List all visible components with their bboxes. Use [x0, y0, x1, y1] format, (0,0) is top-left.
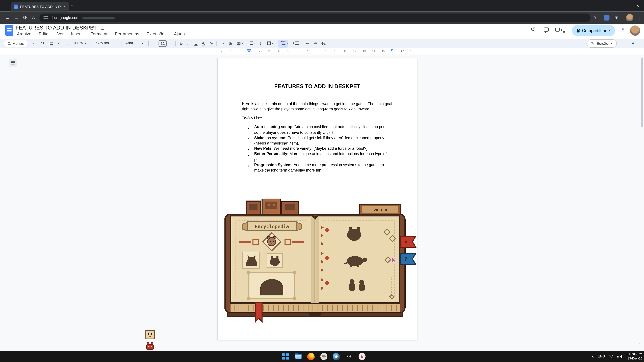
- insert-link-icon[interactable]: ∞: [220, 41, 224, 46]
- menu-item[interactable]: Ver: [54, 31, 66, 37]
- increase-font-icon[interactable]: +: [170, 41, 172, 46]
- italic-button[interactable]: I: [187, 41, 188, 46]
- left-indent-marker[interactable]: [248, 51, 250, 54]
- forward-icon[interactable]: →: [14, 15, 19, 20]
- editing-mode-button[interactable]: ✎ Edição ▾: [586, 39, 617, 48]
- browser-tab[interactable]: FEATURES TO ADD IN DESKPET ×: [11, 2, 69, 11]
- window-close-button[interactable]: ×: [631, 0, 644, 11]
- window-minimize-button[interactable]: —: [603, 0, 617, 11]
- mode-dropdown-icon[interactable]: ▾: [611, 42, 612, 45]
- menu-item[interactable]: Extensões: [144, 31, 170, 37]
- image-dropdown-icon[interactable]: ▾: [242, 42, 243, 45]
- taskbar-clock[interactable]: 1:43:06 PM 13-Dec-25: [626, 352, 642, 361]
- increase-indent-icon[interactable]: ⇥: [313, 41, 317, 46]
- scrollbar-thumb[interactable]: [641, 57, 643, 127]
- style-dropdown-icon[interactable]: ▾: [116, 42, 118, 45]
- comments-icon[interactable]: [544, 27, 549, 31]
- desktop-pet-red-sprite[interactable]: [146, 342, 155, 351]
- back-icon[interactable]: ←: [5, 15, 10, 20]
- settings-button[interactable]: ⚙: [344, 352, 354, 362]
- text-color-button[interactable]: A: [202, 41, 205, 46]
- zoom-dropdown-icon[interactable]: ▾: [84, 42, 86, 45]
- home-icon[interactable]: ⌂: [32, 15, 35, 20]
- font-select[interactable]: Arial: [125, 41, 133, 45]
- menu-item[interactable]: Editar: [36, 31, 53, 37]
- document-tabs-button[interactable]: [8, 59, 17, 67]
- clear-formatting-x[interactable]: x: [324, 42, 326, 46]
- clear-formatting-icon[interactable]: T: [321, 41, 324, 46]
- menu-item[interactable]: Ajuda: [171, 31, 188, 37]
- first-line-indent-marker[interactable]: [247, 49, 251, 50]
- menus-search-button[interactable]: Menus: [4, 40, 27, 47]
- bold-button[interactable]: B: [180, 41, 183, 46]
- highlight-color-button[interactable]: ✎: [210, 41, 214, 46]
- bullet-dropdown-icon[interactable]: ▾: [287, 42, 288, 45]
- menu-item[interactable]: Arquivo: [14, 31, 34, 37]
- rocket-app-button[interactable]: [357, 352, 367, 362]
- zoom-select[interactable]: 100%: [73, 41, 83, 45]
- decrease-font-icon[interactable]: −: [153, 41, 156, 46]
- desktop-pet-box-sprite[interactable]: [145, 330, 155, 340]
- tray-expand-icon[interactable]: ∧: [592, 355, 594, 358]
- star-document-icon[interactable]: ☆: [84, 26, 88, 31]
- menu-item[interactable]: Inserir: [68, 31, 86, 37]
- numbered-dropdown-icon[interactable]: ▾: [300, 42, 302, 45]
- add-comment-icon[interactable]: ⊞: [229, 41, 233, 46]
- checklist-icon[interactable]: ☑: [267, 41, 271, 46]
- right-indent-marker[interactable]: [390, 49, 393, 53]
- share-dropdown-icon[interactable]: ▾: [609, 29, 610, 32]
- paragraph-style-select[interactable]: Texto nor...: [94, 41, 112, 45]
- numbered-list-one-icon[interactable]: 1: [292, 42, 294, 45]
- line-spacing-icon[interactable]: ↕: [260, 41, 262, 46]
- browser-menu-icon[interactable]: ⋮: [638, 15, 642, 20]
- docs-profile-avatar[interactable]: [630, 25, 640, 36]
- docs-logo-icon[interactable]: [5, 25, 13, 36]
- wifi-icon[interactable]: [609, 355, 614, 359]
- align-icon[interactable]: ☰: [249, 41, 253, 46]
- firefox-button[interactable]: [306, 352, 316, 362]
- checklist-dropdown-icon[interactable]: ▾: [272, 42, 274, 45]
- start-button[interactable]: [280, 352, 290, 362]
- book-version-label: v0.1.0: [374, 208, 387, 212]
- document-page[interactable]: FEATURES TO ADD IN DESKPET Here is a qui…: [217, 58, 417, 340]
- insert-image-icon[interactable]: ▦: [236, 41, 241, 46]
- align-dropdown-icon[interactable]: ▾: [254, 42, 256, 45]
- volume-icon[interactable]: [617, 355, 622, 359]
- address-bar[interactable]: docs.google.com ••••••••••••••••••••••••…: [40, 13, 591, 22]
- meet-icon[interactable]: [555, 28, 560, 31]
- language-indicator[interactable]: ENG: [598, 355, 605, 358]
- share-button[interactable]: Compartilhar ▾: [572, 25, 615, 36]
- undo-icon[interactable]: ↶: [33, 41, 37, 46]
- side-panel-toggle-icon[interactable]: ‹: [639, 341, 641, 347]
- extensions-icon[interactable]: ⊞: [614, 15, 619, 20]
- print-icon[interactable]: ▤: [49, 41, 54, 46]
- site-settings-icon[interactable]: [44, 16, 48, 19]
- document-canvas[interactable]: 1234567891011121314151617181920212223242…: [0, 55, 644, 351]
- font-dropdown-icon[interactable]: ▾: [142, 42, 143, 45]
- browser-profile-avatar[interactable]: [626, 14, 633, 21]
- steam-button[interactable]: [332, 352, 342, 362]
- menu-item[interactable]: Formatar: [88, 31, 110, 37]
- font-size-input[interactable]: 12: [158, 40, 167, 47]
- bullet-list-lines-icon[interactable]: ☰: [282, 41, 286, 46]
- bookmark-star-icon[interactable]: ☆: [593, 15, 597, 20]
- numbered-list-icon[interactable]: ☰: [295, 41, 299, 46]
- file-explorer-button[interactable]: [293, 352, 303, 362]
- tab-close-icon[interactable]: ×: [64, 4, 66, 8]
- reload-icon[interactable]: ⟳: [23, 15, 27, 20]
- redo-icon[interactable]: ↷: [41, 41, 45, 46]
- paint-format-icon[interactable]: ▭: [65, 41, 70, 46]
- new-tab-button[interactable]: +: [70, 3, 74, 8]
- version-history-icon[interactable]: ↺: [530, 26, 535, 32]
- decrease-indent-icon[interactable]: ⇤: [306, 41, 310, 46]
- menu-item[interactable]: Ferramentas: [112, 31, 142, 37]
- gemini-sparkle-icon[interactable]: ✶: [621, 26, 625, 32]
- spellcheck-icon[interactable]: ✓: [58, 41, 62, 46]
- meet-dropdown-icon[interactable]: ▾: [563, 29, 565, 35]
- app-button[interactable]: [319, 352, 329, 362]
- extension-icon[interactable]: [604, 15, 610, 20]
- horizontal-ruler[interactable]: 21123456789101112131415161718: [0, 48, 644, 55]
- underline-button[interactable]: U: [194, 41, 198, 46]
- collapse-toolbar-icon[interactable]: ∧: [632, 41, 634, 45]
- window-maximize-button[interactable]: □: [617, 0, 631, 11]
